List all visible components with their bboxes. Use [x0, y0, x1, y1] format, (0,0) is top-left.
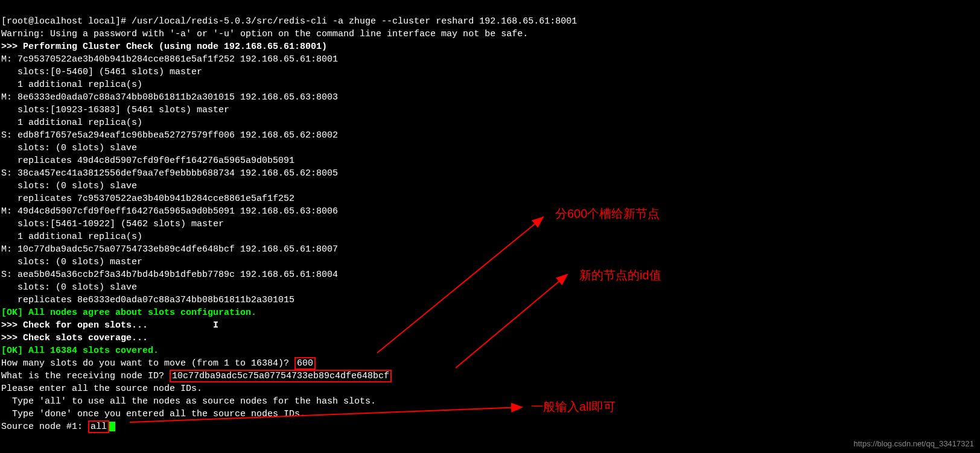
- node-info: slots: (0 slots) slave: [1, 282, 137, 293]
- performing-check: >>> Performing Cluster Check (using node…: [1, 42, 327, 52]
- input-receiving-id[interactable]: 10c77dba9adc5c75a07754733eb89c4dfe648bcf: [170, 370, 392, 382]
- node-info: replicates 49d4c8d5907cfd9f0eff164276a59…: [1, 156, 294, 166]
- node-info: slots:[10923-16383] (5461 slots) master: [1, 105, 229, 115]
- source-prompt: Source node #1: all: [1, 422, 115, 432]
- question-slots: How many slots do you want to move (from…: [1, 357, 316, 370]
- input-slots[interactable]: 600: [294, 357, 316, 370]
- node-info: S: edb8f17657e5a294eaf1c96bbea52727579ff…: [1, 130, 338, 141]
- node-info: slots: (0 slots) master: [1, 257, 142, 267]
- node-info: slots: (0 slots) slave: [1, 143, 137, 153]
- check-slots-coverage: >>> Check slots coverage...: [1, 333, 148, 343]
- annotation-all: 一般输入all即可: [531, 398, 616, 415]
- watermark: https://blog.csdn.net/qq_33417321: [854, 439, 975, 449]
- ok-covered: [OK] All 16384 slots covered.: [1, 346, 159, 356]
- node-info: S: 38ca457ec41a3812556def9aa7ef9ebbbb688…: [1, 168, 338, 179]
- node-info: M: 49d4c8d5907cfd9f0eff164276a5965a9d0b5…: [1, 206, 338, 217]
- source-intro: Please enter all the source node IDs.: [1, 384, 202, 394]
- node-info: 1 additional replica(s): [1, 232, 142, 242]
- annotation-slots: 分600个槽给新节点: [555, 205, 660, 222]
- question-receiving: What is the receiving node ID? 10c77dba9…: [1, 370, 392, 382]
- node-info: replicates 8e6333ed0ada07c88a374bb08b618…: [1, 295, 294, 305]
- source-done-hint: Type 'done' once you entered all the sou…: [1, 409, 305, 419]
- input-source[interactable]: all: [88, 420, 109, 433]
- check-open-slots: >>> Check for open slots... I: [1, 320, 218, 331]
- command-line: /usr/local/redis-5.0.3/src/redis-cli -a …: [132, 16, 577, 27]
- node-info: slots: (0 slots) slave: [1, 181, 137, 191]
- node-info: M: 10c77dba9adc5c75a07754733eb89c4dfe648…: [1, 244, 338, 255]
- shell-prompt: [root@localhost local]#: [1, 16, 132, 27]
- node-info: M: 8e6333ed0ada07c88a374bb08b61811b2a301…: [1, 92, 338, 103]
- node-info: slots:[0-5460] (5461 slots) master: [1, 67, 202, 77]
- annotation-node-id: 新的节点的id值: [579, 267, 661, 284]
- terminal-cursor-icon: [109, 422, 115, 431]
- node-info: replicates 7c95370522ae3b40b941b284cce88…: [1, 194, 294, 204]
- ok-config: [OK] All nodes agree about slots configu…: [1, 308, 256, 318]
- node-info: S: aea5b045a36ccb2f3a34b7bd4b49b1dfebb77…: [1, 270, 338, 280]
- node-info: 1 additional replica(s): [1, 118, 142, 128]
- node-info: slots:[5461-10922] (5462 slots) master: [1, 219, 224, 229]
- text-cursor-icon: I: [213, 319, 218, 332]
- node-info: 1 additional replica(s): [1, 80, 142, 90]
- terminal-output: [root@localhost local]# /usr/local/redis…: [0, 0, 980, 436]
- warning-line: Warning: Using a password with '-a' or '…: [1, 29, 528, 39]
- node-info: M: 7c95370522ae3b40b941b284cce8861e5af1f…: [1, 54, 338, 65]
- source-all-hint: Type 'all' to use all the nodes as sourc…: [1, 396, 376, 407]
